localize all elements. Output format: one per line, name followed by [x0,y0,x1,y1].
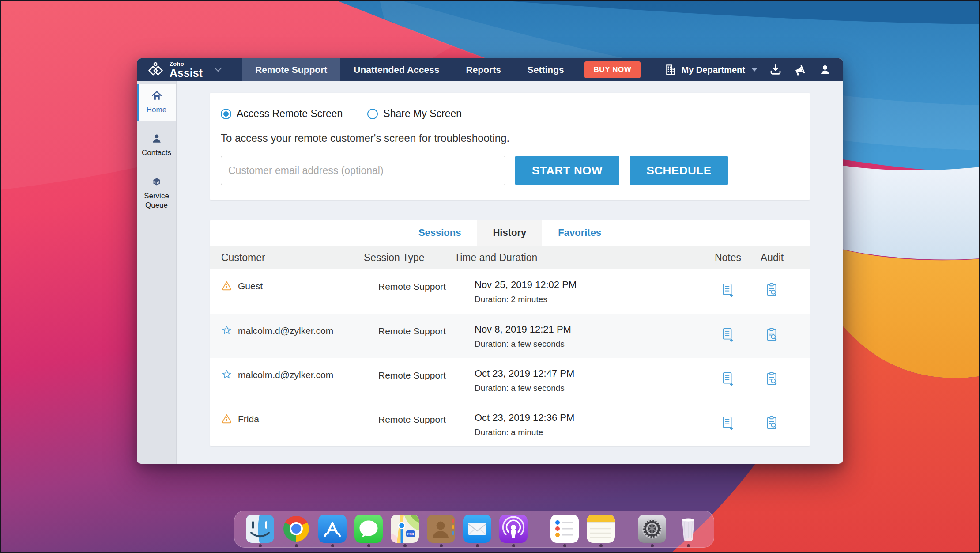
session-time: Oct 23, 2019 12:36 PM [475,412,708,424]
audit-icon[interactable] [765,371,779,387]
svg-text:280: 280 [407,532,414,536]
session-type: Remote Support [364,269,454,314]
star-icon[interactable] [221,369,232,380]
buy-now-button[interactable]: BUY NOW [584,61,640,78]
session-duration: Duration: 2 minutes [475,295,708,304]
navbar-right: BUY NOW My Department [584,58,843,81]
chevron-down-icon[interactable] [214,67,222,72]
tab-unattended-access[interactable]: Unattended Access [340,58,452,81]
window-body: Home Contacts Service Queue [137,81,843,464]
reminders-icon [550,515,579,543]
sessions-panel: Sessions History Favorites Customer Sess… [210,220,810,446]
building-icon [664,63,677,76]
main-nav-tabs: Remote Support Unattended Access Reports… [242,58,577,81]
session-type: Remote Support [364,402,454,446]
audit-icon[interactable] [765,327,779,343]
session-action-row: START NOW SCHEDULE [221,156,799,185]
navbar-divider [652,58,652,81]
dock-app-store[interactable] [318,515,347,547]
messages-icon [354,515,383,543]
sidebar-item-contacts[interactable]: Contacts [137,127,176,163]
dock-trash[interactable] [674,515,702,547]
trash-icon [674,515,702,543]
home-icon [151,90,162,102]
dock-podcasts[interactable] [499,515,528,547]
dock-reminders[interactable] [550,515,579,547]
audit-icon[interactable] [765,416,779,431]
add-note-icon[interactable] [721,283,735,298]
column-header-time-duration: Time and Duration [454,252,708,264]
star-icon[interactable] [221,325,232,336]
tab-sessions[interactable]: Sessions [403,220,477,246]
caret-down-icon [751,68,758,72]
dock-notes[interactable] [587,515,615,547]
tab-favorites[interactable]: Favorites [542,220,617,246]
dock-system-preferences[interactable] [638,515,666,547]
zoho-assist-logo-icon [147,61,164,78]
download-icon[interactable] [769,63,782,76]
session-duration: Duration: a few seconds [475,339,708,349]
dock-messages[interactable] [354,515,383,547]
tab-settings[interactable]: Settings [514,58,577,81]
running-indicator [367,544,370,547]
radio-access-remote-screen[interactable]: Access Remote Screen [221,108,343,120]
service-queue-icon [151,176,162,188]
add-note-icon[interactable] [721,371,735,387]
access-description: To access your remote customer's screen … [221,132,799,144]
running-indicator [651,544,654,547]
running-indicator [476,544,479,547]
session-type: Remote Support [364,314,454,358]
column-header-session-type: Session Type [364,252,454,264]
radio-share-my-screen[interactable]: Share My Screen [367,108,462,120]
schedule-button[interactable]: SCHEDULE [630,156,728,185]
desktop: Zoho Assist Remote Support Unattended Ac… [0,0,980,553]
add-note-icon[interactable] [721,327,735,343]
session-duration: Duration: a minute [475,428,708,437]
dock-contacts[interactable] [427,515,455,547]
sessions-tabs: Sessions History Favorites [210,220,810,246]
sidebar-item-home[interactable]: Home [137,84,176,121]
dock: 280 [234,511,714,548]
sidebar-item-label: Service Queue [139,191,174,210]
tab-reports[interactable]: Reports [452,58,514,81]
mail-icon [463,515,491,543]
table-row: Frida Remote Support Oct 23, 2019 12:36 … [210,402,810,446]
department-selector[interactable]: My Department [664,63,758,76]
alert-icon [221,413,232,424]
dock-chrome[interactable] [282,515,310,547]
add-note-icon[interactable] [721,416,735,431]
session-duration: Duration: a few seconds [475,383,708,393]
alert-icon [221,280,232,291]
table-row: malcolm.d@zylker.com Remote Support Oct … [210,358,810,402]
maps-icon: 280 [391,515,419,543]
running-indicator [440,544,443,547]
table-header: Customer Session Type Time and Duration … [210,246,810,269]
session-time: Nov 25, 2019 12:02 PM [475,279,708,291]
system-preferences-icon [638,515,666,543]
sidebar-item-service-queue[interactable]: Service Queue [137,170,176,216]
start-now-button[interactable]: START NOW [515,156,619,185]
column-header-notes: Notes [708,252,748,264]
brand-zoho: Zoho [170,61,203,67]
tab-remote-support[interactable]: Remote Support [242,58,340,81]
running-indicator [563,544,566,547]
tab-history[interactable]: History [477,220,542,246]
customer-name: Guest [238,281,263,314]
dock-mail[interactable] [463,515,491,547]
customer-email-input[interactable] [221,156,505,185]
contacts-icon [151,133,162,144]
podcasts-icon [499,515,528,543]
running-indicator [512,544,515,547]
session-time: Oct 23, 2019 12:47 PM [475,368,708,379]
announcement-icon[interactable] [794,63,807,76]
audit-icon[interactable] [765,283,779,298]
sidebar-item-label: Home [147,105,166,114]
dock-maps[interactable]: 280 [391,515,419,547]
user-icon[interactable] [818,63,832,76]
table-row: malcolm.d@zylker.com Remote Support Nov … [210,314,810,358]
column-header-audit: Audit [748,252,810,264]
sidebar-item-label: Contacts [142,148,171,157]
running-indicator [403,544,407,547]
radio-unselected-icon [367,109,378,119]
dock-finder[interactable] [246,515,274,547]
